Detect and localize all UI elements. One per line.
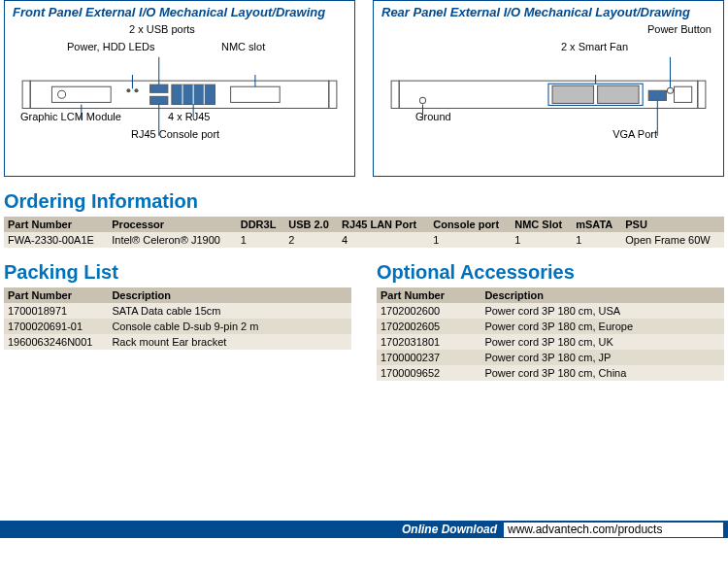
- col-header: Processor: [108, 217, 236, 232]
- cell: 1: [511, 232, 572, 248]
- cell: Power cord 3P 180 cm, Europe: [480, 319, 724, 334]
- label-fan: 2 x Smart Fan: [561, 41, 628, 52]
- col-header: Console port: [429, 217, 511, 232]
- rear-device-icon: [381, 54, 715, 166]
- cell: 1700018971: [4, 303, 108, 319]
- svg-rect-27: [648, 90, 666, 100]
- table-row: FWA-2330-00A1EIntel® Celeron® J190012411…: [4, 232, 724, 248]
- label-leds: Power, HDD LEDs: [67, 41, 154, 52]
- cell: Intel® Celeron® J1900: [108, 232, 236, 248]
- col-header: NMC Slot: [511, 217, 572, 232]
- label-nmc: NMC slot: [221, 41, 265, 52]
- label-usb: 2 x USB ports: [129, 23, 195, 35]
- rear-panel-title: Rear Panel External I/O Mechanical Layou…: [381, 5, 715, 19]
- cell: 2: [284, 232, 338, 248]
- cell: 1700020691-01: [4, 319, 108, 334]
- cell: Power cord 3P 180 cm, China: [480, 365, 724, 381]
- cell: Open Frame 60W: [621, 232, 724, 248]
- cell: Power cord 3P 180 cm, JP: [480, 350, 724, 365]
- svg-rect-1: [22, 81, 30, 108]
- svg-rect-13: [231, 86, 281, 102]
- col-header: RJ45 LAN Port: [338, 217, 429, 232]
- front-drawing: 2 x USB ports Power, HDD LEDs NMC slot G…: [13, 23, 347, 164]
- col-header: Part Number: [4, 217, 108, 232]
- footer-label: Online Download: [402, 523, 497, 536]
- table-row: 1960063246N001Rack mount Ear bracket: [4, 334, 351, 350]
- front-device-icon: [13, 54, 347, 166]
- col-header: DDR3L: [237, 217, 284, 232]
- cell: 1700000237: [377, 350, 480, 365]
- footer-bar: Online Download: [0, 521, 728, 538]
- svg-rect-7: [150, 84, 168, 92]
- cell: Power cord 3P 180 cm, USA: [480, 303, 724, 319]
- accessories-heading: Optional Accessories: [377, 261, 724, 284]
- svg-point-29: [667, 87, 673, 93]
- col-header: Description: [108, 287, 351, 303]
- svg-point-6: [134, 88, 138, 92]
- col-header: PSU: [621, 217, 724, 232]
- cell: 1702002605: [377, 319, 480, 334]
- col-header: Part Number: [4, 287, 108, 303]
- cell: SATA Data cable 15cm: [108, 303, 351, 319]
- svg-point-23: [419, 97, 425, 103]
- svg-rect-12: [150, 96, 168, 104]
- table-row: 1702002605Power cord 3P 180 cm, Europe: [377, 319, 724, 334]
- svg-rect-3: [51, 86, 111, 102]
- rear-drawing: Power Button 2 x Smart Fan Ground VGA Po…: [381, 23, 715, 164]
- cell: Rack mount Ear bracket: [108, 334, 351, 350]
- packing-table: Part NumberDescription 1700018971SATA Da…: [4, 287, 351, 350]
- table-row: 1702002600Power cord 3P 180 cm, USA: [377, 303, 724, 319]
- rear-panel: Rear Panel External I/O Mechanical Layou…: [373, 0, 724, 177]
- svg-point-4: [58, 90, 66, 98]
- svg-rect-22: [698, 81, 706, 108]
- cell: 1702002600: [377, 303, 480, 319]
- col-header: USB 2.0: [284, 217, 338, 232]
- col-header: mSATA: [572, 217, 621, 232]
- cell: 1700009652: [377, 365, 480, 381]
- cell: 1960063246N001: [4, 334, 108, 350]
- cell: 4: [338, 232, 429, 248]
- cell: Console cable D-sub 9-pin 2 m: [108, 319, 351, 334]
- cell: 1: [237, 232, 284, 248]
- ordering-heading: Ordering Information: [4, 190, 724, 213]
- table-row: 1700009652Power cord 3P 180 cm, China: [377, 365, 724, 381]
- front-panel: Front Panel External I/O Mechanical Layo…: [4, 0, 355, 177]
- cell: FWA-2330-00A1E: [4, 232, 108, 248]
- packing-heading: Packing List: [4, 261, 351, 284]
- svg-rect-28: [675, 86, 692, 102]
- svg-rect-25: [552, 85, 593, 103]
- cell: 1: [572, 232, 621, 248]
- accessories-table: Part NumberDescription 1702002600Power c…: [377, 287, 724, 381]
- cell: Power cord 3P 180 cm, UK: [480, 334, 724, 350]
- col-header: Part Number: [377, 287, 480, 303]
- svg-rect-2: [329, 81, 337, 108]
- svg-rect-26: [598, 85, 639, 103]
- front-panel-title: Front Panel External I/O Mechanical Layo…: [13, 5, 347, 19]
- table-row: 1700000237Power cord 3P 180 cm, JP: [377, 350, 724, 365]
- svg-point-5: [126, 88, 130, 92]
- label-power: Power Button: [647, 23, 711, 35]
- download-url-input[interactable]: [503, 522, 724, 538]
- svg-rect-21: [391, 81, 399, 108]
- ordering-table: Part NumberProcessorDDR3LUSB 2.0RJ45 LAN…: [4, 217, 724, 248]
- table-row: 1700018971SATA Data cable 15cm: [4, 303, 351, 319]
- cell: 1702031801: [377, 334, 480, 350]
- cell: 1: [429, 232, 511, 248]
- table-row: 1700020691-01Console cable D-sub 9-pin 2…: [4, 319, 351, 334]
- col-header: Description: [480, 287, 724, 303]
- table-row: 1702031801Power cord 3P 180 cm, UK: [377, 334, 724, 350]
